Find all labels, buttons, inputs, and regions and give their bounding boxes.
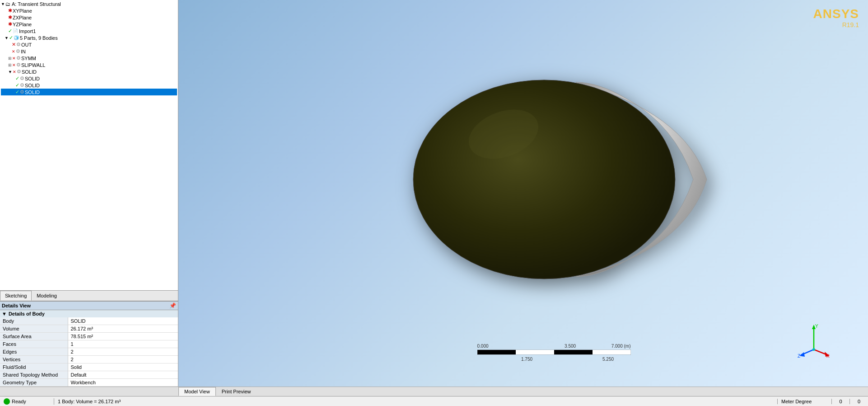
tree-label-zxplane: ZXPlane xyxy=(13,15,32,20)
tree-item-out[interactable]: ✕ ⚙ OUT xyxy=(1,41,177,48)
gear-icon-out: ⚙ xyxy=(16,42,21,47)
tab-sketching[interactable]: Sketching xyxy=(0,291,32,301)
tree-item-solid1[interactable]: ✓ ⚙ SOLID xyxy=(1,75,177,82)
details-section-header: ▼ Details of Body xyxy=(0,310,178,317)
details-property: Surface Area xyxy=(0,333,68,340)
tree-label-yzplane: YZPlane xyxy=(13,22,32,27)
scale-label-0: 0.000 xyxy=(477,344,489,349)
expand-icon-solid-group[interactable]: ▼ xyxy=(8,70,12,74)
scale-sublabel-2: 5.250 xyxy=(602,357,614,362)
details-value: 2 xyxy=(68,356,178,364)
tree-label-solid3: SOLID xyxy=(25,90,40,95)
num1-text: 0 xyxy=(839,399,842,404)
details-value: 1 xyxy=(68,340,178,348)
gear-icon-solid1: ⚙ xyxy=(20,76,24,81)
tree-icon-parts: 🧊 xyxy=(14,35,19,40)
status-ready-label: Ready xyxy=(12,399,26,404)
tree-item-root[interactable]: ▼ 🗂 A: Transient Structural xyxy=(1,1,177,7)
details-row: Volume26.172 m³ xyxy=(0,325,178,333)
tree-label-out: OUT xyxy=(21,42,32,47)
tree-item-solid3[interactable]: ✓ ⚙ SOLID xyxy=(1,89,177,95)
expand-icon-slipwall[interactable]: ⊞ xyxy=(8,63,12,67)
x-icon-zxplane: ✱ xyxy=(8,14,12,20)
tree-label-solid2: SOLID xyxy=(25,83,40,88)
details-value: SOLID xyxy=(68,317,178,325)
svg-text:Y: Y xyxy=(815,324,818,329)
details-value: 2 xyxy=(68,348,178,356)
tree-icon-import1: 📄 xyxy=(13,28,18,33)
details-value: 78.515 m² xyxy=(68,333,178,340)
check-icon-solid2: ✓ xyxy=(15,82,19,88)
details-row: Vertices2 xyxy=(0,356,178,364)
status-num2: 0 xyxy=(850,399,868,404)
details-value: Default xyxy=(68,371,178,379)
viewport[interactable]: ANSYS R19.1 xyxy=(178,0,868,387)
num2-text: 0 xyxy=(858,399,860,404)
x-icon-yzplane: ✱ xyxy=(8,21,12,27)
tree-item-solid2[interactable]: ✓ ⚙ SOLID xyxy=(1,82,177,89)
tab-model-view[interactable]: Model View xyxy=(178,387,216,396)
svg-rect-3 xyxy=(516,350,554,354)
details-row: Faces1 xyxy=(0,340,178,348)
details-table: BodySOLIDVolume26.172 m³Surface Area78.5… xyxy=(0,317,178,387)
tree-item-symm[interactable]: ⊞ ✕ ⚙ SYMM xyxy=(1,55,177,61)
svg-point-17 xyxy=(5,399,9,404)
tree-item-in[interactable]: ✕ ⚙ IN xyxy=(1,48,177,55)
details-panel: Details View 📌 ▼ Details of Body BodySOL… xyxy=(0,301,178,387)
ansys-logo: ANSYS R19.1 xyxy=(813,7,859,28)
details-row: Surface Area78.515 m² xyxy=(0,333,178,340)
svg-text:X: X xyxy=(826,354,830,359)
pin-icon[interactable]: 📌 xyxy=(169,302,176,309)
tree-item-import1[interactable]: ✓ 📄 Import1 xyxy=(1,28,177,34)
status-bar: Ready 1 Body: Volume = 26.172 m³ Meter D… xyxy=(0,396,868,406)
tree-label-solid1: SOLID xyxy=(25,76,40,81)
details-value: 26.172 m³ xyxy=(68,325,178,333)
gear-icon-symm: ⚙ xyxy=(16,55,21,61)
check-icon-import1: ✓ xyxy=(8,28,12,34)
tree-label-in: IN xyxy=(21,49,26,54)
expand-icon-symm[interactable]: ⊞ xyxy=(8,56,12,61)
details-row: BodySOLID xyxy=(0,317,178,325)
tree-label-solid-group: SOLID xyxy=(22,69,37,75)
gear-icon-solid3: ⚙ xyxy=(20,89,24,95)
model-container xyxy=(404,43,711,316)
scale-label-2: 7.000 (m) xyxy=(611,344,631,349)
tab-print-preview[interactable]: Print Preview xyxy=(216,387,257,396)
tree-item-yzplane[interactable]: ✱ YZPlane xyxy=(1,21,177,28)
expand-icon-parts[interactable]: ▼ xyxy=(5,36,9,40)
details-property: Faces xyxy=(0,340,68,348)
x-icon-symm: ✕ xyxy=(12,56,16,61)
units-text: Meter Degree xyxy=(781,399,812,404)
axis-indicator: Y Z X xyxy=(796,322,832,359)
check-icon-parts: ✓ xyxy=(9,35,13,41)
tree-item-xyplane[interactable]: ✱ XYPlane xyxy=(1,7,177,14)
x-icon-slipwall: ✕ xyxy=(12,63,16,67)
details-header: Details View 📌 xyxy=(0,302,178,310)
svg-text:Z: Z xyxy=(798,354,800,359)
status-units: Meter Degree xyxy=(778,399,832,404)
details-row: Edges2 xyxy=(0,348,178,356)
scale-sublabel-1: 1.750 xyxy=(521,357,532,362)
ansys-brand-text: ANSYS xyxy=(813,7,859,21)
details-property: Vertices xyxy=(0,356,68,364)
expand-icon[interactable]: ▼ xyxy=(1,2,5,6)
ready-icon xyxy=(4,398,10,405)
tree-item-slipwall[interactable]: ⊞ ✕ ⚙ SLIPWALL xyxy=(1,61,177,68)
tree-item-parts[interactable]: ▼ ✓ 🧊 5 Parts, 9 Bodies xyxy=(1,34,177,41)
details-value: Solid xyxy=(68,364,178,371)
details-property: Shared Topology Method xyxy=(0,371,68,379)
tab-modeling[interactable]: Modeling xyxy=(32,291,62,301)
x-icon-xyplane: ✱ xyxy=(8,8,12,14)
details-property: Volume xyxy=(0,325,68,333)
details-property: Edges xyxy=(0,348,68,356)
scale-labels: 0.000 3.500 7.000 (m) xyxy=(477,344,631,349)
tree-area: ▼ 🗂 A: Transient Structural ✱ XYPlane ✱ … xyxy=(0,0,178,290)
tree-item-solid-group[interactable]: ▼ ✕ ⚙ SOLID xyxy=(1,68,177,75)
model-svg xyxy=(404,43,711,315)
details-property: Fluid/Solid xyxy=(0,364,68,371)
details-row: Shared Topology MethodDefault xyxy=(0,371,178,379)
tree-item-zxplane[interactable]: ✱ ZXPlane xyxy=(1,14,177,21)
scale-bar: 0.000 3.500 7.000 (m) 1.750 5.250 xyxy=(477,344,631,362)
gear-icon-solid2: ⚙ xyxy=(20,82,24,88)
collapse-icon[interactable]: ▼ xyxy=(2,311,7,316)
